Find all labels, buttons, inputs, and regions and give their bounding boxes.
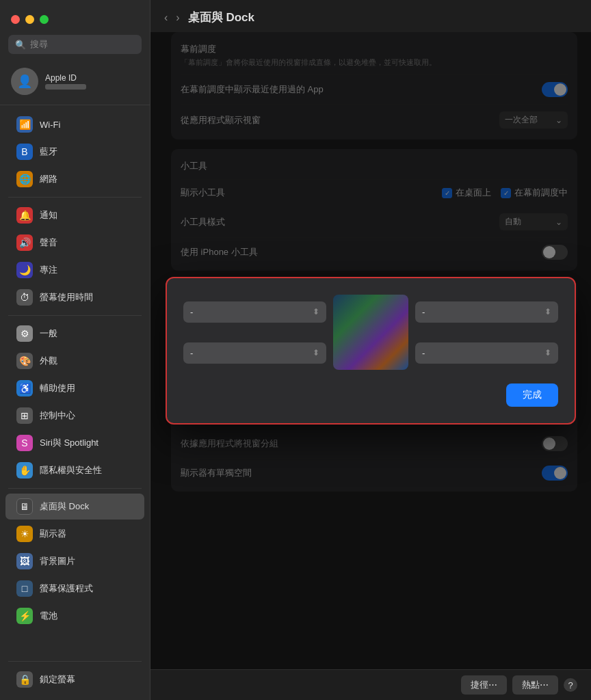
apple-id-section[interactable]: 👤 Apple ID [0, 62, 150, 105]
divider-3 [8, 488, 142, 489]
sidebar-item-accessibility[interactable]: ♿ 輔助使用 [5, 375, 144, 401]
divider-1 [8, 197, 142, 198]
sidebar-label-network: 網路 [40, 173, 57, 185]
chevron-icon-1: ⬍ [313, 307, 319, 317]
maximize-button[interactable] [40, 15, 49, 24]
sidebar-label-siri: Siri與 Spotlight [40, 437, 98, 449]
sound-icon: 🔊 [16, 234, 33, 251]
sidebar-item-wifi[interactable]: 📶 Wi-Fi [5, 111, 144, 137]
main-panel: ‹ › 桌面與 Dock 幕前調度 「幕前調度」會將你最近使用的視窗排成直條，以… [150, 0, 591, 700]
privacy-icon: ✋ [16, 462, 33, 479]
sidebar-label-privacy: 隱私權與安全性 [40, 464, 102, 476]
chevron-icon-3: ⬍ [313, 348, 319, 358]
sidebar-label-wifi: Wi-Fi [40, 120, 60, 130]
accessibility-icon: ♿ [16, 380, 33, 396]
sidebar-item-privacy[interactable]: ✋ 隱私權與安全性 [5, 457, 144, 483]
wallpaper-image [333, 295, 408, 370]
controlcenter-icon: ⊞ [16, 407, 33, 424]
general-icon: ⚙ [16, 325, 33, 342]
sidebar-item-screentime[interactable]: ⏱ 螢幕使用時間 [5, 284, 144, 310]
sidebar-label-notifications: 通知 [40, 209, 57, 221]
modal-select-3[interactable]: - ⬍ [183, 342, 326, 364]
focus-icon: 🌙 [16, 262, 33, 278]
close-button[interactable] [11, 15, 20, 24]
desktop-icon: 🖥 [16, 498, 33, 515]
apple-id-label: Apple ID [45, 73, 86, 83]
modal-select-2[interactable]: - ⬍ [415, 301, 558, 323]
back-button[interactable]: ‹ [164, 12, 168, 24]
appearance-icon: 🎨 [16, 353, 33, 369]
apple-id-sub [45, 84, 86, 90]
sidebar-item-screensaver[interactable]: □ 螢幕保護程式 [5, 576, 144, 602]
screensaver-icon: □ [16, 580, 33, 597]
sidebar-label-general: 一般 [40, 327, 57, 340]
modal-select-1-label: - [190, 307, 193, 317]
chevron-icon-4: ⬍ [544, 348, 551, 358]
help-button[interactable]: ? [564, 678, 577, 692]
sidebar-item-notifications[interactable]: 🔔 通知 [5, 202, 144, 228]
sidebar-item-desktop[interactable]: 🖥 桌面與 Dock [5, 494, 144, 520]
titlebar: ‹ › 桌面與 Dock [150, 0, 591, 32]
sidebar-label-desktop: 桌面與 Dock [40, 500, 89, 513]
sidebar-label-displays: 顯示器 [40, 528, 66, 540]
displays-icon: ☀ [16, 526, 33, 542]
hot-corners-button[interactable]: 熱點⋯ [512, 675, 558, 695]
sidebar-item-displays[interactable]: ☀ 顯示器 [5, 521, 144, 547]
apple-id-info: Apple ID [45, 73, 86, 90]
done-button[interactable]: 完成 [506, 383, 558, 407]
sidebar-label-appearance: 外觀 [40, 355, 57, 367]
sidebar-label-sound: 聲音 [40, 237, 57, 249]
screentime-icon: ⏱ [16, 289, 33, 306]
notifications-icon: 🔔 [16, 207, 33, 224]
shortcuts-button[interactable]: 捷徑⋯ [461, 675, 507, 695]
modal-dropdowns: - ⬍ - ⬍ - ⬍ [183, 295, 558, 370]
minimize-button[interactable] [25, 15, 34, 24]
lock-icon: 🔒 [16, 671, 33, 688]
battery-icon: ⚡ [16, 608, 33, 624]
content-area: 幕前調度 「幕前調度」會將你最近使用的視窗排成直條，以避免堆疊，並可快速取用。 … [150, 32, 591, 669]
modal-select-1[interactable]: - ⬍ [183, 301, 326, 323]
sidebar-label-accessibility: 輔助使用 [40, 382, 75, 394]
sidebar-item-appearance[interactable]: 🎨 外觀 [5, 348, 144, 374]
sidebar-item-network[interactable]: 🌐 網路 [5, 166, 144, 192]
avatar: 👤 [11, 68, 38, 95]
divider-4 [8, 661, 142, 662]
modal-overlay[interactable]: - ⬍ - ⬍ - ⬍ [150, 32, 591, 669]
sidebar-item-siri[interactable]: S Siri與 Spotlight [5, 430, 144, 456]
sidebar-label-wallpaper: 背景圖片 [40, 555, 75, 567]
modal-wallpaper-preview [333, 295, 408, 370]
sidebar-item-wallpaper[interactable]: 🖼 背景圖片 [5, 548, 144, 574]
modal-select-3-label: - [190, 348, 193, 358]
network-icon: 🌐 [16, 171, 33, 187]
modal-footer: 完成 [183, 383, 558, 407]
sidebar-label-focus: 專注 [40, 264, 57, 276]
sidebar-item-bluetooth[interactable]: B 藍牙 [5, 139, 144, 165]
sidebar-item-controlcenter[interactable]: ⊞ 控制中心 [5, 403, 144, 429]
sidebar-label-bluetooth: 藍牙 [40, 146, 57, 158]
modal-select-4[interactable]: - ⬍ [415, 342, 558, 364]
siri-icon: S [16, 435, 33, 451]
sidebar-item-lock[interactable]: 🔒 鎖定螢幕 [5, 667, 144, 692]
bottom-bar: 捷徑⋯ 熱點⋯ ? [150, 669, 591, 700]
sidebar-item-sound[interactable]: 🔊 聲音 [5, 230, 144, 256]
sidebar-item-focus[interactable]: 🌙 專注 [5, 257, 144, 283]
sidebar-label-controlcenter: 控制中心 [40, 409, 75, 422]
modal-select-4-label: - [422, 348, 425, 358]
chevron-icon-2: ⬍ [544, 307, 551, 317]
sidebar: 🔍 搜尋 👤 Apple ID 📶 Wi-Fi B 藍牙 🌐 網路 🔔 通知 🔊… [0, 0, 150, 700]
sidebar-label-lock: 鎖定螢幕 [40, 673, 75, 686]
page-title: 桌面與 Dock [188, 10, 254, 25]
search-icon: 🔍 [15, 40, 26, 50]
modal-dialog: - ⬍ - ⬍ - ⬍ [166, 277, 576, 425]
search-input[interactable]: 搜尋 [30, 38, 48, 51]
forward-button[interactable]: › [176, 12, 179, 24]
sidebar-item-general[interactable]: ⚙ 一般 [5, 321, 144, 347]
sidebar-item-battery[interactable]: ⚡ 電池 [5, 603, 144, 629]
search-box[interactable]: 🔍 搜尋 [8, 35, 142, 54]
divider-2 [8, 315, 142, 316]
sidebar-label-screensaver: 螢幕保護程式 [40, 582, 93, 595]
traffic-lights [0, 7, 150, 35]
wifi-icon: 📶 [16, 116, 33, 133]
modal-select-2-label: - [422, 307, 425, 317]
sidebar-label-screentime: 螢幕使用時間 [40, 291, 93, 304]
